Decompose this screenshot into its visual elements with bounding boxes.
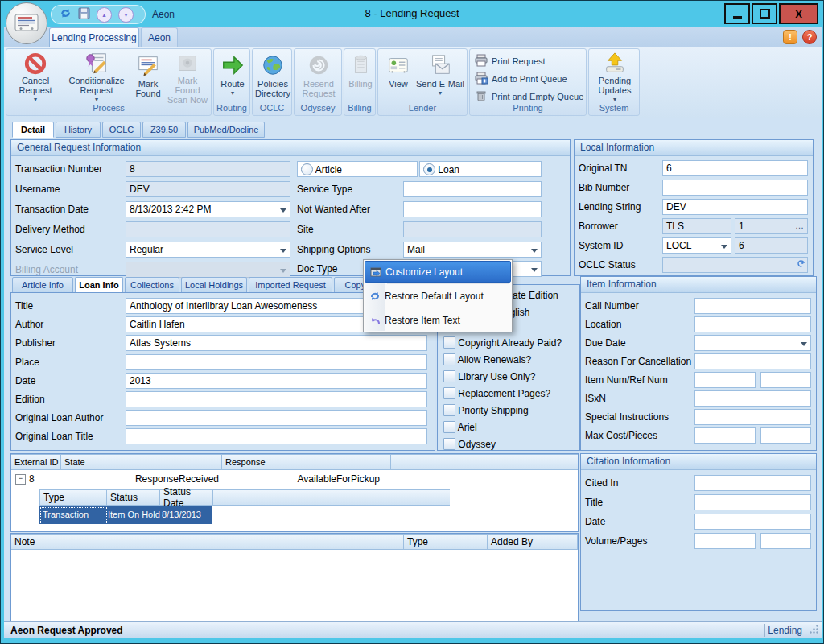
- transaction-date-combo[interactable]: 8/13/2013 2:42 PM: [126, 201, 290, 217]
- ellipsis-icon[interactable]: …: [795, 221, 805, 230]
- save-icon[interactable]: [78, 7, 90, 22]
- lending-string-input[interactable]: [662, 199, 808, 215]
- item-num-input[interactable]: [694, 372, 756, 388]
- tab-collections[interactable]: Collections: [125, 277, 179, 293]
- route-button[interactable]: Route▾: [216, 52, 249, 103]
- down-circle-icon[interactable]: ▼: [118, 7, 134, 23]
- copyright-paid-checkbox-row[interactable]: Copyright Already Paid?: [443, 336, 562, 349]
- pending-updates-button[interactable]: Pending Updates▾: [591, 52, 639, 103]
- place-input[interactable]: [126, 354, 427, 370]
- original-loan-author-input[interactable]: [126, 410, 427, 426]
- conditionalize-request-button[interactable]: Conditionalize Request▾: [63, 52, 130, 103]
- citation-date-input[interactable]: [694, 514, 811, 530]
- special-instructions-input[interactable]: [694, 409, 811, 425]
- loan-radio[interactable]: [423, 163, 435, 175]
- replacement-pages-checkbox-row[interactable]: Replacement Pages?: [443, 387, 550, 399]
- volume-input[interactable]: [694, 533, 756, 549]
- call-number-input[interactable]: [694, 298, 811, 314]
- max-cost-input[interactable]: [694, 427, 756, 444]
- menu-item-restore-default-layout[interactable]: Restore Default Layout: [365, 285, 511, 307]
- cancel-request-button[interactable]: Cancel Request▾: [10, 52, 61, 103]
- tab-loan-info[interactable]: Loan Info: [75, 277, 123, 293]
- close-button[interactable]: X: [779, 3, 818, 24]
- tab-z3950[interactable]: Z39.50: [142, 122, 186, 138]
- column-added-by[interactable]: Added By: [488, 535, 578, 549]
- help-icon[interactable]: ?: [802, 30, 817, 44]
- column-type[interactable]: Type: [40, 490, 107, 505]
- add-to-print-queue-button[interactable]: Add to Print Queue: [475, 71, 567, 87]
- odyssey-checkbox[interactable]: [443, 438, 455, 450]
- original-tn-input[interactable]: [662, 160, 808, 176]
- citation-title-input[interactable]: [694, 494, 811, 510]
- allow-renewals-checkbox[interactable]: [443, 353, 455, 365]
- shipping-options-combo[interactable]: Mail: [403, 242, 542, 258]
- column-note[interactable]: Note: [11, 535, 404, 549]
- column-external-id[interactable]: External ID: [11, 455, 61, 469]
- column-status[interactable]: Status: [107, 490, 160, 505]
- column-note-type[interactable]: Type: [404, 535, 488, 549]
- library-use-only-checkbox[interactable]: [443, 370, 455, 382]
- tab-history[interactable]: History: [56, 122, 101, 138]
- tab-oclc[interactable]: OCLC: [102, 122, 141, 138]
- article-radio-box[interactable]: Article: [297, 161, 418, 177]
- date-input[interactable]: [126, 373, 427, 389]
- tab-lending-processing[interactable]: Lending Processing: [49, 27, 139, 47]
- odyssey-checkbox-row[interactable]: Odyssey: [443, 438, 496, 450]
- refresh-small-icon[interactable]: [795, 259, 805, 271]
- ariel-checkbox-row[interactable]: Ariel: [443, 421, 477, 433]
- priority-shipping-checkbox[interactable]: [443, 404, 455, 416]
- aeon-menu[interactable]: Aeon: [144, 6, 183, 23]
- send-email-button[interactable]: Send E-Mail▾: [415, 52, 465, 103]
- edition-input[interactable]: [126, 391, 427, 407]
- tab-pubmed-docline[interactable]: PubMed/Docline: [187, 122, 265, 138]
- response-row[interactable]: − 8 ResponseReceived AvailableForPickup: [11, 470, 578, 488]
- publisher-input[interactable]: [126, 335, 427, 351]
- location-input[interactable]: [694, 316, 811, 332]
- due-date-combo[interactable]: [694, 335, 811, 351]
- resize-grip-icon[interactable]: [809, 624, 819, 637]
- tab-detail[interactable]: Detail: [12, 122, 54, 138]
- service-level-combo[interactable]: Regular: [126, 242, 290, 258]
- maximize-button[interactable]: [752, 3, 777, 24]
- refresh-icon[interactable]: [60, 7, 72, 22]
- original-loan-title-input[interactable]: [126, 428, 427, 444]
- cited-in-input[interactable]: [694, 475, 811, 491]
- tab-article-info[interactable]: Article Info: [12, 277, 73, 293]
- service-type-input[interactable]: [403, 181, 542, 197]
- print-request-button[interactable]: Print Request: [475, 53, 546, 69]
- view-button[interactable]: View: [383, 52, 414, 103]
- column-response[interactable]: Response: [222, 455, 391, 469]
- replacement-pages-checkbox[interactable]: [443, 387, 455, 399]
- allow-renewals-checkbox-row[interactable]: Allow Renewals?: [443, 353, 531, 365]
- expander-icon[interactable]: −: [15, 474, 26, 485]
- minimize-button[interactable]: [724, 3, 750, 24]
- tab-aeon[interactable]: Aeon: [141, 27, 178, 47]
- app-icon[interactable]: [6, 2, 47, 44]
- ariel-checkbox[interactable]: [443, 421, 455, 433]
- bib-number-input[interactable]: [662, 180, 808, 196]
- system-id-combo[interactable]: LOCL: [662, 237, 731, 254]
- pages-input[interactable]: [760, 533, 811, 549]
- tracking-row-selected[interactable]: Transaction Item On Hold 8/13/2013: [39, 506, 212, 524]
- up-circle-icon[interactable]: ▲: [97, 7, 112, 23]
- menu-item-customize-layout[interactable]: Customize Layout: [365, 261, 511, 283]
- not-wanted-after-input[interactable]: [403, 201, 542, 217]
- priority-shipping-checkbox-row[interactable]: Priority Shipping: [443, 404, 529, 416]
- policies-directory-button[interactable]: Policies Directory: [253, 52, 292, 103]
- mark-found-button[interactable]: Mark Found: [130, 52, 166, 103]
- reason-for-cancellation-input[interactable]: [694, 353, 811, 369]
- article-radio[interactable]: [301, 163, 313, 175]
- tab-local-holdings[interactable]: Local Holdings: [181, 277, 247, 293]
- info-bubble-icon[interactable]: !: [783, 30, 797, 44]
- library-use-only-checkbox-row[interactable]: Library Use Only?: [443, 370, 535, 382]
- menu-item-restore-item-text[interactable]: Restore Item Text: [365, 309, 511, 331]
- column-status-date[interactable]: Status Date: [160, 490, 213, 505]
- copyright-paid-checkbox[interactable]: [443, 336, 455, 349]
- isxn-input[interactable]: [694, 390, 811, 407]
- loan-radio-box[interactable]: Loan: [419, 161, 542, 177]
- print-and-empty-queue-button[interactable]: Print and Empty Queue: [475, 89, 583, 105]
- ref-num-input[interactable]: [760, 372, 811, 388]
- column-state[interactable]: State: [61, 455, 222, 469]
- tab-imported-request[interactable]: Imported Request: [249, 277, 332, 293]
- pieces-input[interactable]: [760, 427, 811, 444]
